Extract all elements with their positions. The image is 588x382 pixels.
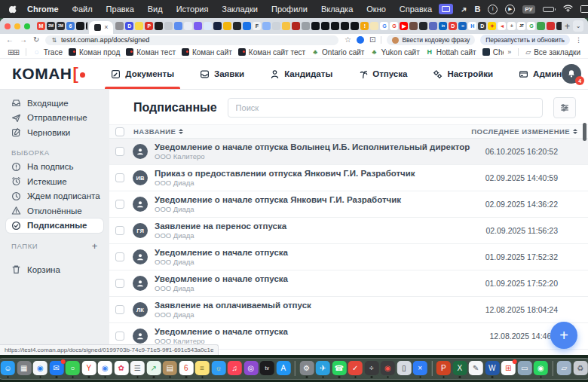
tab-favicon[interactable] <box>164 22 173 30</box>
tab-search-chevron[interactable]: ⌄ <box>573 20 583 32</box>
sidebar-item-sent[interactable]: Отправленные <box>6 111 103 126</box>
tab-close-icon[interactable]: × <box>104 24 108 31</box>
tab-favicon[interactable] <box>262 22 271 30</box>
tab-favicon[interactable]: ✦ <box>488 22 496 30</box>
filter-button[interactable] <box>553 97 576 118</box>
window-controls[interactable] <box>5 23 30 29</box>
table-row[interactable]: Уведомление о начале отпускаООО Диада01.… <box>109 270 588 297</box>
info-status-icon[interactable]: i <box>488 5 498 14</box>
nav-candidates[interactable]: Кандидаты <box>270 59 332 89</box>
tab-favicon[interactable] <box>370 22 378 30</box>
sidebar-item-for-signature[interactable]: На подпись <box>6 160 103 175</box>
bookmark-koman-test[interactable]: Коман тест <box>126 48 176 57</box>
tab-favicon[interactable] <box>76 22 84 30</box>
tab-favicon[interactable]: G <box>380 22 388 30</box>
sidebar-item-trash[interactable]: Корзина <box>6 262 103 277</box>
dock-calculator[interactable]: ÷ <box>364 361 378 375</box>
dock-reminders[interactable]: ☰ <box>130 361 145 375</box>
tab-favicon[interactable] <box>311 22 320 30</box>
menu-chrome[interactable]: Chrome <box>20 5 66 14</box>
zoom-window-button[interactable] <box>24 23 30 29</box>
new-tab-button[interactable]: + <box>565 22 570 31</box>
bookmark-hottah[interactable]: HHottah сайт <box>426 48 476 57</box>
bookmarks-overflow-chevron[interactable]: » <box>507 48 511 56</box>
tab-favicon[interactable]: 6 <box>66 22 75 30</box>
tab-favicon[interactable] <box>194 22 202 30</box>
bookmark-ontario[interactable]: ♣Ontario сайт <box>311 48 364 57</box>
boom-app-icon[interactable]: B <box>474 5 480 14</box>
play-status-icon[interactable]: ▶ <box>505 5 515 14</box>
add-folder-button[interactable]: + <box>92 241 98 251</box>
tab-favicon[interactable]: G <box>390 22 398 30</box>
table-row[interactable]: Уведомление о начале отпуска Янкович Г.И… <box>109 191 588 218</box>
chrome-menu-icon[interactable]: ⋮ <box>575 36 582 44</box>
tab-favicon[interactable] <box>556 22 562 30</box>
dock-appletv[interactable]: tv <box>260 361 274 375</box>
row-checkbox[interactable] <box>115 226 124 235</box>
dock-yandex[interactable]: Y <box>81 361 96 375</box>
tab-favicon[interactable]: D <box>125 22 133 30</box>
forward-button[interactable]: → <box>20 36 27 44</box>
tab-favicon[interactable]: H <box>468 22 476 30</box>
dock-finder[interactable]: ☺ <box>1 361 15 375</box>
nav-settings[interactable]: Настройки <box>433 59 493 89</box>
tab-favicon[interactable] <box>233 22 241 30</box>
table-row[interactable]: ИВПриказ о предоставлении отпуска Янкови… <box>109 165 588 191</box>
menu-view[interactable]: Вид <box>141 5 170 14</box>
dock-calendar[interactable]: 6 <box>179 361 193 375</box>
bookmark-koman-site-test[interactable]: Коман сайт тест <box>238 48 305 57</box>
row-checkbox[interactable] <box>115 279 124 288</box>
dock-telegram[interactable]: ✈ <box>316 361 330 375</box>
menu-file[interactable]: Файл <box>66 5 100 14</box>
tab-favicon[interactable]: M <box>37 22 45 30</box>
dock-messages[interactable]: ○ <box>66 361 80 375</box>
relaunch-update-button[interactable]: Перезапустить и обновить <box>480 35 570 45</box>
dock-word[interactable]: W <box>485 361 499 375</box>
tab-favicon[interactable]: 2M <box>57 22 65 30</box>
tab-favicon[interactable] <box>243 22 251 30</box>
close-window-button[interactable] <box>5 23 11 29</box>
tab-favicon[interactable]: G <box>527 22 535 30</box>
location-icon[interactable]: ➔ <box>458 4 468 14</box>
row-checkbox[interactable] <box>115 305 124 314</box>
nav-admin[interactable]: Админ <box>519 59 562 89</box>
tab-favicon[interactable] <box>282 22 290 30</box>
table-row[interactable]: ЛКЗаявление на оплачиваемый отпускООО Ди… <box>109 297 588 323</box>
menu-tab[interactable]: Вкладка <box>314 5 360 14</box>
dock-podcasts[interactable]: ◎ <box>243 361 258 375</box>
back-button[interactable]: ← <box>6 36 14 44</box>
table-row[interactable]: Уведомление о начале отпускаООО Диада01.… <box>109 244 588 270</box>
dock-whatsapp[interactable]: ☎ <box>332 361 346 375</box>
input-language-badge[interactable]: РУ <box>522 5 534 14</box>
tab-favicon[interactable]: ◄ <box>498 22 506 30</box>
dock-mail[interactable]: ✉ <box>49 361 63 375</box>
tab-favicon[interactable] <box>213 22 222 30</box>
tab-favicon[interactable] <box>155 22 163 30</box>
row-checkbox[interactable] <box>115 200 124 209</box>
menu-help[interactable]: Справка <box>393 5 439 14</box>
battery-icon[interactable] <box>543 7 556 12</box>
dock-todoist[interactable]: ✓ <box>348 361 363 375</box>
column-modified[interactable]: ПОСЛЕДНЕЕ ИЗМЕНЕНИЕ <box>471 127 570 136</box>
nav-requests[interactable]: Заявки <box>200 59 244 89</box>
add-document-fab[interactable]: + <box>550 322 577 349</box>
tab-favicon[interactable]: JF <box>517 22 525 30</box>
dock-photos[interactable]: ✿ <box>114 361 128 375</box>
nav-vacations[interactable]: Отпуска <box>358 59 407 89</box>
sidebar-item-waiting-signer[interactable]: Ждем подписанта <box>6 189 103 204</box>
dock-powerpoint[interactable]: P <box>436 361 451 375</box>
dock-screenshot[interactable]: ▭ <box>517 361 531 375</box>
bookmark-star-icon[interactable]: ☆ <box>345 36 351 44</box>
menu-profiles[interactable]: Профили <box>265 5 314 14</box>
tab-favicon[interactable] <box>331 22 339 30</box>
select-all-checkbox[interactable] <box>115 127 124 136</box>
menu-history[interactable]: История <box>170 5 216 14</box>
dock-preview[interactable]: ✎ <box>469 361 483 375</box>
tab-favicon[interactable]: B <box>86 22 87 30</box>
active-tab[interactable]: × <box>89 21 113 34</box>
sidebar-item-drafts[interactable]: Черновики <box>6 125 103 140</box>
tab-favicon[interactable]: 2M <box>47 22 55 30</box>
dock-settings[interactable]: ⚙ <box>299 361 314 375</box>
sidebar-item-inbox[interactable]: Входящие <box>6 96 103 111</box>
bookmark-chekit[interactable]: Chekit сайт <box>482 48 504 57</box>
